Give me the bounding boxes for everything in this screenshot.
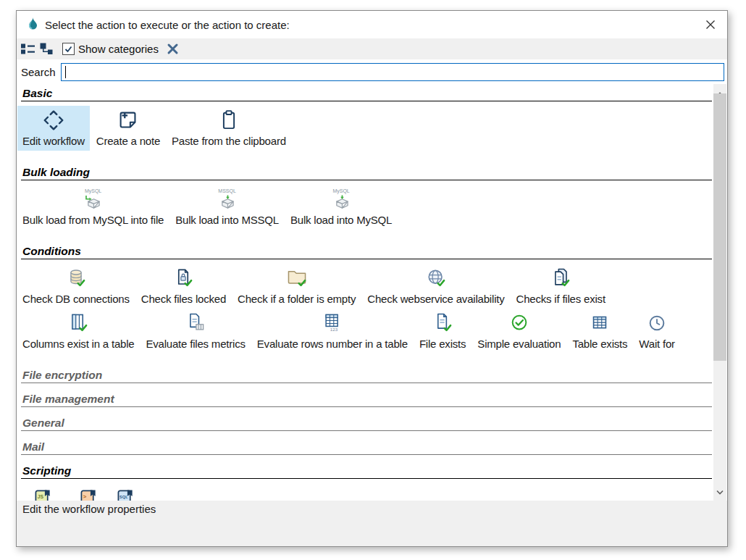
action-sql-script[interactable]: SQL <box>109 483 142 501</box>
clear-search-icon[interactable] <box>167 43 179 55</box>
files-exist-icon <box>549 264 572 293</box>
simple-eval-icon <box>508 309 531 338</box>
action-label: Columns exist in a table <box>22 338 134 351</box>
edit-workflow-icon <box>41 106 66 135</box>
action-simple-evaluation[interactable]: Simple evaluation <box>472 309 566 354</box>
action-label: Bulk load from MySQL into file <box>22 214 164 227</box>
action-list: BasicEdit workflowCreate a notePaste fro… <box>17 84 727 501</box>
bulk-in-icon: MySQL <box>332 185 351 214</box>
svg-text:JS: JS <box>37 494 43 499</box>
category-items-row: Edit workflowCreate a notePaste from the… <box>17 106 712 151</box>
category-basic: BasicEdit workflowCreate a notePaste fro… <box>17 87 712 151</box>
action-edit-workflow[interactable]: Edit workflow <box>17 106 90 151</box>
action-label: Check files locked <box>141 293 226 306</box>
checkbox-check-icon <box>62 43 75 55</box>
action-columns-exist-in-a-table[interactable]: Columns exist in a table <box>17 309 139 354</box>
show-categories-checkbox[interactable]: Show categories <box>62 43 159 55</box>
category-bulk-loading: Bulk loadingMySQLBulk load from MySQL in… <box>17 166 712 230</box>
action-label: Evaluate rows number in a table <box>257 338 408 351</box>
tree-view-icon[interactable] <box>38 41 54 58</box>
category-divider <box>21 101 712 101</box>
file-metrics-icon <box>184 309 207 338</box>
action-bulk-load-from-mysql-into-file[interactable]: MySQLBulk load from MySQL into file <box>17 185 169 230</box>
category-header: Scripting <box>22 464 710 477</box>
list-view-icon[interactable] <box>20 41 35 58</box>
action-label: Simple evaluation <box>477 338 561 351</box>
svg-text:SQL: SQL <box>119 494 127 498</box>
category-header: General <box>22 417 710 430</box>
shell-script-icon: > <box>80 483 98 501</box>
dialog-title: Select the action to execute or the acti… <box>45 19 290 31</box>
action-check-files-locked[interactable]: Check files locked <box>136 264 231 309</box>
action-javascript-script[interactable]: JS <box>17 483 68 501</box>
action-label: Edit workflow <box>22 135 85 148</box>
category-header: Bulk loading <box>22 166 710 179</box>
db-type-badge: MySQL <box>332 188 349 194</box>
category-header: File management <box>22 393 710 406</box>
db-check-icon <box>64 264 88 293</box>
action-bulk-load-into-mssql[interactable]: MSSQLBulk load into MSSQL <box>170 185 284 230</box>
action-label: File exists <box>419 338 466 351</box>
action-label: Table exists <box>572 338 627 351</box>
category-file-encryption: File encryption <box>17 369 712 383</box>
folder-empty-icon <box>285 264 309 293</box>
bulk-out-icon: MySQL <box>84 185 102 214</box>
action-file-exists[interactable]: File exists <box>414 309 471 354</box>
category-general: General <box>17 417 712 431</box>
category-header: File encryption <box>22 369 710 382</box>
action-label: Bulk load into MSSQL <box>175 214 279 227</box>
scroll-down-icon[interactable] <box>716 485 724 498</box>
category-conditions: ConditionsCheck DB connectionsCheck file… <box>17 245 712 354</box>
category-divider <box>21 383 712 383</box>
category-divider <box>21 406 712 407</box>
webservice-icon <box>424 264 448 293</box>
hop-logo-icon <box>27 17 39 33</box>
dialog-titlebar: Select the action to execute or the acti… <box>17 11 727 38</box>
text-caret <box>65 66 66 78</box>
action-label: Evaluate files metrics <box>146 338 245 351</box>
action-paste-from-the-clipboard[interactable]: Paste from the clipboard <box>167 106 291 151</box>
action-label: Wait for <box>639 338 675 351</box>
action-create-a-note[interactable]: Create a note <box>91 106 165 151</box>
action-bulk-load-into-mysql[interactable]: MySQLBulk load into MySQL <box>285 185 397 230</box>
action-wait-for[interactable]: Wait for <box>634 309 680 354</box>
category-mail: Mail <box>17 440 712 455</box>
category-scripting: ScriptingJS>SQL <box>17 464 712 501</box>
category-items-row: JS>SQL <box>17 483 712 501</box>
db-type-badge: MySQL <box>85 188 101 194</box>
clipboard-icon <box>217 106 240 135</box>
action-check-db-connections[interactable]: Check DB connections <box>17 264 135 309</box>
action-check-if-a-folder-is-empty[interactable]: Check if a folder is empty <box>232 264 361 309</box>
file-locked-icon <box>172 264 195 293</box>
action-label: Create a note <box>96 135 160 148</box>
action-shell-script[interactable]: > <box>70 483 107 501</box>
category-divider <box>21 478 712 479</box>
category-file-management: File management <box>17 393 712 407</box>
action-label: Check webservice availability <box>367 293 504 306</box>
search-row: Search <box>17 59 727 84</box>
category-divider <box>21 259 712 259</box>
table-exists-icon <box>588 309 611 338</box>
category-divider <box>21 180 712 180</box>
action-evaluate-rows-number-in-a-table[interactable]: 123Evaluate rows number in a table <box>252 309 413 354</box>
search-input[interactable] <box>61 63 724 81</box>
action-label: Check DB connections <box>22 293 130 306</box>
action-check-webservice-availability[interactable]: Check webservice availability <box>362 264 509 309</box>
action-evaluate-files-metrics[interactable]: Evaluate files metrics <box>141 309 250 354</box>
javascript-script-icon: JS <box>34 483 52 501</box>
action-table-exists[interactable]: Table exists <box>567 309 632 354</box>
action-select-dialog: Select the action to execute or the acti… <box>16 10 728 547</box>
search-label: Search <box>21 66 56 78</box>
columns-exist-icon <box>67 309 90 338</box>
category-divider <box>21 430 712 431</box>
vertical-scrollbar[interactable] <box>713 84 726 501</box>
action-checks-if-files-exist[interactable]: Checks if files exist <box>511 264 611 309</box>
svg-text:123: 123 <box>330 327 338 332</box>
action-label: Check if a folder is empty <box>238 293 356 306</box>
bulk-in-icon: MSSQL <box>218 185 236 214</box>
action-label: Paste from the clipboard <box>172 135 286 148</box>
close-icon[interactable] <box>703 17 718 33</box>
status-bar: Edit the workflow properties <box>17 501 727 546</box>
action-label: Checks if files exist <box>516 293 605 306</box>
scrollbar-thumb[interactable] <box>713 93 726 361</box>
